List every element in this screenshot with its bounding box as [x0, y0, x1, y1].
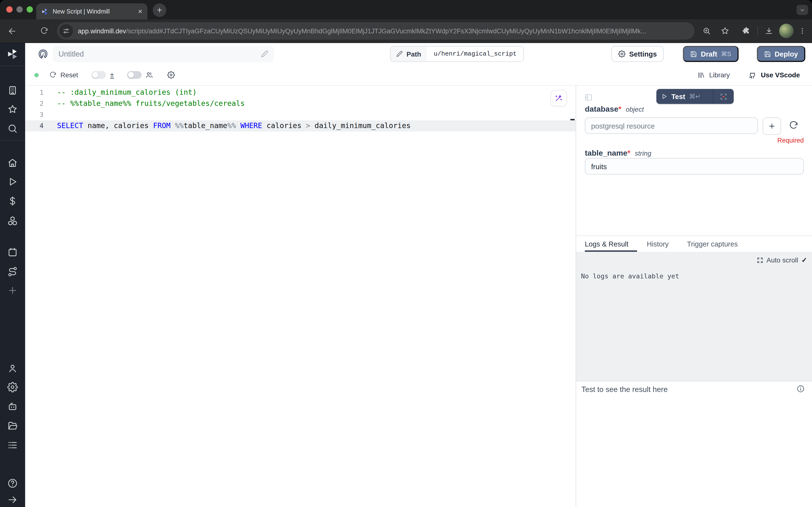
code-editor[interactable]: 1-- :daily_minimum_calories (int) 2-- %%…	[25, 86, 576, 507]
summary-input[interactable]	[58, 50, 261, 58]
line-number: 3	[25, 109, 44, 120]
sidebar-item-ai[interactable]	[7, 401, 18, 412]
test-shortcut: ⌘↵	[689, 93, 701, 100]
plus-icon	[768, 122, 776, 130]
diff-toggle[interactable]	[91, 71, 106, 79]
url-bar[interactable]: app.windmill.dev/scripts/add#JTdCJTIyaGF…	[57, 22, 695, 40]
browser-tab[interactable]: New Script | Windmill ✕	[36, 3, 148, 19]
reset-icon[interactable]	[49, 71, 57, 78]
code-line-2[interactable]: 2-- %%table_name%% fruits/vegetables/cer…	[25, 98, 576, 109]
script-header: Path u/henri/magical_script Settings Dra…	[25, 43, 812, 65]
sidebar-divider	[0, 140, 25, 140]
github-icon	[748, 71, 756, 79]
deploy-button[interactable]: Deploy	[757, 46, 805, 62]
toolbar-divider	[757, 26, 758, 36]
windmill-app: Path u/henri/magical_script Settings Dra…	[0, 43, 812, 507]
sidebar-divider	[0, 66, 25, 66]
browser-window: New Script | Windmill ✕ + app.windmill.d…	[0, 0, 812, 507]
code-line-3[interactable]: 3	[25, 109, 576, 120]
collaborators-icon	[146, 71, 153, 79]
windmill-logo[interactable]	[6, 48, 19, 60]
path-chip-label: Path	[391, 46, 427, 61]
sidebar-item-runs[interactable]	[7, 176, 18, 187]
sidebar-item-users[interactable]	[7, 363, 18, 374]
save-icon	[690, 51, 697, 57]
sidebar-item-flows[interactable]	[7, 266, 18, 277]
test-button[interactable]: Test ⌘↵	[656, 89, 734, 104]
magic-wand-icon	[555, 94, 563, 103]
sidebar-item-resources[interactable]	[7, 216, 18, 226]
path-chip[interactable]: Path u/henri/magical_script	[390, 46, 524, 62]
collapse-panel-icon[interactable]	[584, 93, 592, 102]
draft-label: Draft	[701, 50, 717, 58]
tab-search-button[interactable]	[797, 5, 808, 15]
settings-button[interactable]: Settings	[612, 46, 663, 62]
auto-scroll-control[interactable]: Auto scroll ✓	[757, 256, 807, 264]
required-note: Required	[585, 137, 804, 144]
info-icon[interactable]	[797, 385, 805, 393]
sidebar-item-search[interactable]	[7, 123, 18, 134]
extensions-icon[interactable]	[742, 26, 751, 35]
close-window-button[interactable]	[6, 6, 12, 12]
sidebar-item-home[interactable]	[7, 158, 18, 168]
line-number: 2	[25, 98, 44, 109]
database-input[interactable]	[585, 117, 758, 134]
path-value[interactable]: u/henri/magical_script	[427, 46, 523, 61]
draft-shortcut: ⌘S	[721, 50, 731, 58]
use-vscode-label[interactable]: Use VScode	[761, 71, 800, 79]
ai-assistant-wand-button[interactable]	[550, 90, 567, 106]
add-resource-button[interactable]	[763, 117, 781, 135]
result-tabs: Logs & Result History Trigger captures	[576, 235, 812, 252]
tab-logs-result[interactable]: Logs & Result	[585, 240, 637, 252]
sidebar-item-workspace[interactable]	[7, 85, 18, 96]
table-name-input[interactable]	[585, 158, 804, 174]
save-icon	[764, 51, 771, 57]
code-line-4[interactable]: 4SELECT name, calories FROM %%table_name…	[25, 120, 576, 131]
tab-trigger-captures[interactable]: Trigger captures	[687, 240, 738, 252]
sidebar-item-help[interactable]	[7, 478, 18, 489]
profile-avatar[interactable]	[779, 24, 794, 38]
sidebar-item-folders[interactable]	[7, 420, 18, 431]
site-settings-icon[interactable]	[59, 24, 73, 38]
zoom-window-button[interactable]	[26, 6, 33, 12]
bookmark-star-icon[interactable]	[721, 26, 729, 35]
tab-strip: New Script | Windmill ✕ +	[0, 0, 812, 19]
draft-button[interactable]: Draft ⌘S	[683, 46, 738, 62]
sidebar-item-audit-logs[interactable]	[7, 440, 18, 450]
editor-settings-gear-icon[interactable]	[167, 71, 175, 79]
script-summary-field[interactable]	[53, 46, 274, 62]
reset-label[interactable]: Reset	[60, 71, 78, 79]
database-field-label: database* object	[585, 105, 644, 114]
sidebar-item-schedules[interactable]	[7, 247, 18, 258]
code-line-1[interactable]: 1-- :daily_minimum_calories (int)	[25, 87, 576, 98]
sidebar-item-favorites[interactable]	[7, 104, 18, 115]
tab-close-icon[interactable]: ✕	[138, 8, 142, 15]
browser-menu-icon[interactable]	[799, 27, 806, 35]
library-label[interactable]: Library	[709, 71, 730, 79]
windmill-favicon	[41, 7, 49, 15]
back-button[interactable]	[8, 26, 17, 36]
sidebar	[0, 43, 25, 507]
auto-scroll-check[interactable]: ✓	[802, 256, 807, 264]
sidebar-expand-arrow[interactable]	[7, 495, 18, 505]
zoom-page-icon[interactable]	[702, 26, 711, 35]
tab-history[interactable]: History	[647, 240, 669, 252]
line-number: 1	[25, 87, 44, 98]
result-placeholder: Test to see the result here	[581, 385, 668, 394]
sidebar-item-settings[interactable]	[7, 382, 18, 392]
line-number: 4	[25, 120, 44, 131]
new-tab-button[interactable]: +	[153, 3, 166, 17]
logs-area: Auto scroll ✓ No logs are available yet	[576, 252, 812, 381]
expand-icon[interactable]	[757, 257, 763, 263]
minimize-window-button[interactable]	[16, 6, 23, 12]
sidebar-item-create[interactable]	[7, 285, 18, 296]
capture-test-button[interactable]	[713, 93, 734, 100]
editor-toolbar: Reset ± Library U	[25, 65, 812, 86]
refresh-resources-button[interactable]	[789, 121, 799, 130]
collab-toggle[interactable]	[127, 71, 141, 79]
sidebar-item-variables[interactable]	[7, 196, 18, 206]
reload-button[interactable]	[40, 27, 48, 35]
edit-pencil-icon	[261, 50, 268, 58]
downloads-icon[interactable]	[765, 26, 773, 35]
preview-panel: Test ⌘↵ database*	[576, 86, 812, 507]
